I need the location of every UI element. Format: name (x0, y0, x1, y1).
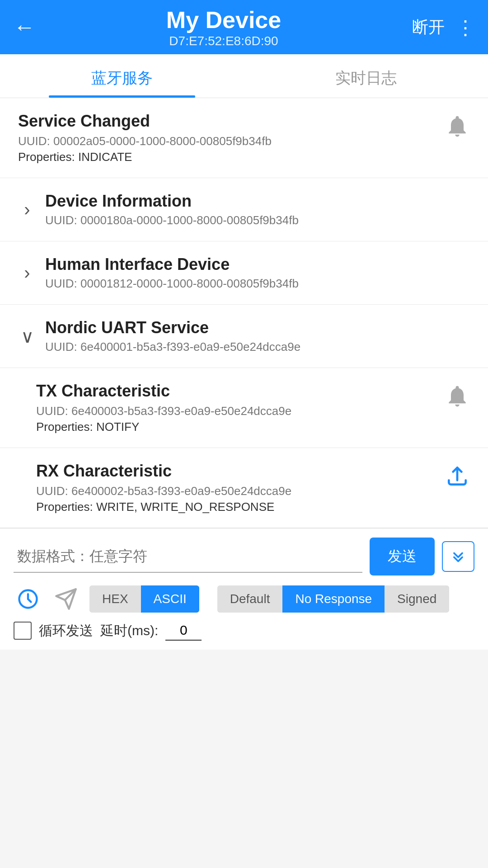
device-name: My Device (35, 6, 412, 34)
tx-characteristic: TX Characteristic UUID: 6e400003-b5a3-f3… (0, 368, 488, 448)
bottom-panel: 发送 HEX ASCII (0, 528, 488, 650)
response-toggle: Default No Response Signed (217, 585, 450, 613)
hid-title: Human Interface Device (45, 255, 470, 274)
service-changed-props-value: INDICATE (78, 150, 132, 164)
history-button[interactable] (14, 585, 42, 613)
service-changed: Service Changed UUID: 00002a05-0000-1000… (0, 98, 488, 178)
input-row: 发送 (14, 538, 474, 576)
delay-input[interactable] (165, 621, 202, 641)
tx-props-value: NOTIFY (96, 420, 139, 434)
service-changed-title: Service Changed (18, 112, 445, 131)
header: ← My Device D7:E7:52:E8:6D:90 断开 ⋮ (0, 0, 488, 54)
hid-uuid: UUID: 00001812-0000-1000-8000-00805f9b34… (45, 277, 470, 291)
send-button[interactable]: 发送 (370, 538, 435, 576)
hex-button[interactable]: HEX (89, 585, 141, 613)
header-title-block: My Device D7:E7:52:E8:6D:90 (35, 6, 412, 48)
loop-row: 循环发送 延时(ms): (14, 621, 474, 645)
chevron-right-icon-hid: › (18, 263, 36, 283)
service-changed-uuid: UUID: 00002a05-0000-1000-8000-00805f9b34… (18, 134, 445, 148)
rx-char-uuid: UUID: 6e400002-b5a3-f393-e0a9-e50e24dcca… (36, 484, 445, 498)
signed-button[interactable]: Signed (385, 585, 449, 613)
expand-button[interactable] (442, 541, 474, 572)
tab-bar: 蓝牙服务 实时日志 (0, 54, 488, 98)
tx-char-title: TX Characteristic (36, 382, 445, 401)
service-nordic-uart: ∨ Nordic UART Service UUID: 6e400001-b5a… (0, 305, 488, 528)
rx-characteristic: RX Characteristic UUID: 6e400002-b5a3-f3… (0, 448, 488, 528)
service-hid[interactable]: › Human Interface Device UUID: 00001812-… (0, 241, 488, 305)
service-device-info[interactable]: › Device Information UUID: 0000180a-0000… (0, 178, 488, 241)
tab-bluetooth-services[interactable]: 蓝牙服务 (0, 54, 244, 98)
tx-bell-icon[interactable] (445, 383, 470, 409)
no-response-button[interactable]: No Response (282, 585, 385, 613)
tx-char-uuid: UUID: 6e400003-b5a3-f393-e0a9-e50e24dcca… (36, 404, 445, 418)
back-button[interactable]: ← (14, 16, 35, 38)
ascii-button[interactable]: ASCII (141, 585, 199, 613)
menu-button[interactable]: ⋮ (455, 16, 474, 39)
header-actions: 断开 ⋮ (412, 16, 474, 39)
rx-char-title: RX Characteristic (36, 462, 445, 481)
nordic-uart-header[interactable]: ∨ Nordic UART Service UUID: 6e400001-b5a… (0, 305, 488, 368)
device-mac: D7:E7:52:E8:6D:90 (35, 34, 412, 48)
double-chevron-down-icon (450, 548, 466, 565)
toolbar-row: HEX ASCII Default No Response Signed (14, 585, 474, 613)
rx-upload-icon[interactable] (445, 463, 470, 489)
loop-checkbox[interactable] (14, 622, 32, 640)
tx-char-properties: Properties: NOTIFY (36, 420, 445, 434)
device-info-uuid: UUID: 0000180a-0000-1000-8000-00805f9b34… (45, 213, 470, 227)
delay-label: 延时(ms): (100, 622, 158, 640)
format-toggle: HEX ASCII (89, 585, 199, 613)
device-info-title: Device Information (45, 192, 470, 211)
tab-realtime-log[interactable]: 实时日志 (244, 54, 488, 98)
paper-plane-icon (54, 587, 78, 611)
send-icon-button[interactable] (52, 585, 80, 613)
loop-label: 循环发送 (39, 622, 93, 640)
service-changed-content: Service Changed UUID: 00002a05-0000-1000… (18, 112, 445, 164)
chevron-right-icon: › (18, 199, 36, 220)
notify-bell-icon[interactable] (445, 113, 470, 139)
chevron-down-icon-nordic: ∨ (18, 326, 36, 347)
rx-props-value: WRITE, WRITE_NO_RESPONSE (96, 500, 274, 514)
nordic-uart-title: Nordic UART Service (45, 318, 470, 337)
service-changed-properties: Properties: INDICATE (18, 150, 445, 164)
nordic-uart-uuid: UUID: 6e400001-b5a3-f393-e0a9-e50e24dcca… (45, 340, 470, 354)
default-button[interactable]: Default (217, 585, 283, 613)
rx-char-properties: Properties: WRITE, WRITE_NO_RESPONSE (36, 500, 445, 514)
disconnect-button[interactable]: 断开 (412, 16, 445, 38)
clock-icon (16, 587, 40, 611)
service-list: Service Changed UUID: 00002a05-0000-1000… (0, 98, 488, 528)
data-input[interactable] (14, 541, 362, 573)
